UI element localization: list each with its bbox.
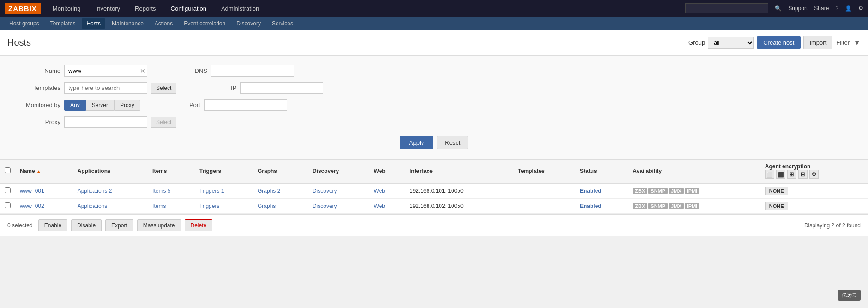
group-select[interactable]: all	[708, 37, 754, 49]
selected-count: 0 selected	[7, 222, 33, 229]
encryption-badge: NONE	[765, 202, 788, 210]
host-name-link[interactable]: www_001	[20, 188, 44, 194]
nav-configuration[interactable]: Configuration	[168, 5, 209, 12]
interface-cell: 192.168.0.102: 10050	[405, 199, 513, 214]
sort-arrow-name: ▲	[36, 169, 41, 174]
apply-button[interactable]: Apply	[400, 136, 434, 149]
items-link[interactable]: Items	[152, 203, 166, 209]
triggers-link[interactable]: Triggers 1	[199, 188, 224, 194]
import-button[interactable]: Import	[803, 36, 832, 49]
name-input[interactable]	[64, 65, 147, 77]
nav-inventory[interactable]: Inventory	[93, 5, 123, 12]
filter-panel: Name ✕ DNS Templates Select IP Monitored…	[0, 55, 868, 159]
proxy-select-button[interactable]: Select	[151, 117, 176, 128]
subnav-services[interactable]: Services	[267, 18, 298, 29]
search-icon[interactable]: 🔍	[775, 5, 782, 12]
applications-link[interactable]: Applications	[78, 203, 108, 209]
triggers-link[interactable]: Triggers	[199, 203, 220, 209]
nav-monitoring[interactable]: Monitoring	[50, 5, 84, 12]
col-encryption-icon1[interactable]: ⬜	[765, 170, 774, 179]
share-link[interactable]: Share	[814, 5, 829, 12]
col-triggers: Triggers	[195, 160, 253, 183]
select-all-checkbox[interactable]	[5, 167, 11, 173]
subnav-maintenance[interactable]: Maintenance	[107, 18, 148, 29]
subnav-actions[interactable]: Actions	[150, 18, 177, 29]
enable-button[interactable]: Enable	[38, 219, 67, 231]
applications-link[interactable]: Applications 2	[78, 188, 112, 194]
settings-icon[interactable]: ⚙	[858, 5, 863, 12]
filter-icon[interactable]: ▼	[853, 39, 861, 47]
monitored-server-button[interactable]: Server	[86, 100, 114, 111]
nav-administration[interactable]: Administration	[218, 5, 262, 12]
support-link[interactable]: Support	[788, 5, 808, 12]
group-label: Group	[688, 39, 705, 46]
templates-cell	[513, 199, 575, 214]
availability-cell: ZBXSNMPJMXIPMI	[628, 199, 760, 214]
port-input[interactable]	[204, 99, 287, 111]
host-name-link[interactable]: www_002	[20, 203, 44, 209]
avail-ipmi-badge: IPMI	[685, 188, 700, 194]
subnav-eventcorrelation[interactable]: Event correlation	[179, 18, 230, 29]
monitored-by-toggle: Any Server Proxy	[64, 100, 140, 111]
subnav-hosts[interactable]: Hosts	[82, 18, 105, 29]
col-availability: Availability	[628, 160, 760, 183]
col-encryption-icon2[interactable]: ⬛	[776, 170, 785, 179]
encryption-badge: NONE	[765, 187, 788, 195]
avail-ipmi-badge: IPMI	[685, 203, 700, 209]
row-checkbox[interactable]	[5, 202, 11, 208]
web-link[interactable]: Web	[374, 203, 385, 209]
global-search-input[interactable]	[685, 3, 768, 13]
subnav-hostgroups[interactable]: Host groups	[5, 18, 44, 29]
name-label: Name	[19, 67, 60, 74]
discovery-link[interactable]: Discovery	[313, 188, 337, 194]
status-cell[interactable]: Enabled	[580, 188, 602, 194]
col-encryption-icon4[interactable]: ⊟	[798, 170, 808, 179]
discovery-link[interactable]: Discovery	[313, 203, 337, 209]
avail-snmp-badge: SNMP	[648, 203, 668, 209]
monitored-proxy-button[interactable]: Proxy	[114, 100, 140, 111]
col-name[interactable]: Name ▲	[15, 160, 73, 183]
sub-navigation: Host groups Templates Hosts Maintenance …	[0, 17, 868, 30]
col-encryption-icon5[interactable]: ⚙	[809, 170, 819, 179]
col-status: Status	[575, 160, 628, 183]
avail-zbx-badge: ZBX	[633, 203, 647, 209]
dns-input[interactable]	[211, 65, 294, 77]
templates-select-button[interactable]: Select	[151, 83, 176, 94]
monitored-by-label: Monitored by	[19, 101, 60, 108]
mass-update-button[interactable]: Mass update	[137, 219, 181, 231]
graphs-link[interactable]: Graphs 2	[258, 188, 280, 194]
hosts-table: Name ▲ Applications Items Triggers Graph…	[0, 160, 868, 214]
help-icon[interactable]: ?	[835, 5, 838, 12]
proxy-input[interactable]	[64, 116, 147, 128]
ip-input[interactable]	[240, 82, 323, 94]
items-link[interactable]: Items 5	[152, 188, 170, 194]
user-icon[interactable]: 👤	[845, 5, 852, 12]
availability-cell: ZBXSNMPJMXIPMI	[628, 183, 760, 199]
subnav-discovery[interactable]: Discovery	[232, 18, 265, 29]
displaying-count: Displaying 2 of 2 found	[804, 222, 861, 229]
avail-jmx-badge: JMX	[669, 188, 684, 194]
export-button[interactable]: Export	[105, 219, 133, 231]
proxy-label: Proxy	[19, 118, 60, 125]
row-checkbox[interactable]	[5, 187, 11, 193]
port-label: Port	[159, 101, 200, 108]
templates-input[interactable]	[64, 82, 147, 94]
name-clear-button[interactable]: ✕	[140, 67, 145, 75]
graphs-link[interactable]: Graphs	[258, 203, 276, 209]
page-title: Hosts	[7, 37, 31, 48]
web-link[interactable]: Web	[374, 188, 385, 194]
avail-zbx-badge: ZBX	[633, 188, 647, 194]
create-host-button[interactable]: Create host	[757, 36, 801, 49]
encryption-cell: NONE	[760, 183, 868, 199]
col-web: Web	[369, 160, 405, 183]
status-cell[interactable]: Enabled	[580, 203, 602, 209]
col-encryption-icon3[interactable]: ⊞	[787, 170, 796, 179]
nav-reports[interactable]: Reports	[132, 5, 159, 12]
monitored-any-button[interactable]: Any	[64, 100, 86, 111]
table-row: www_001 Applications 2 Items 5 Triggers …	[0, 183, 868, 199]
subnav-templates[interactable]: Templates	[46, 18, 80, 29]
disable-button[interactable]: Disable	[71, 219, 102, 231]
col-discovery: Discovery	[308, 160, 369, 183]
reset-button[interactable]: Reset	[437, 136, 468, 149]
delete-button[interactable]: Delete	[185, 219, 213, 231]
